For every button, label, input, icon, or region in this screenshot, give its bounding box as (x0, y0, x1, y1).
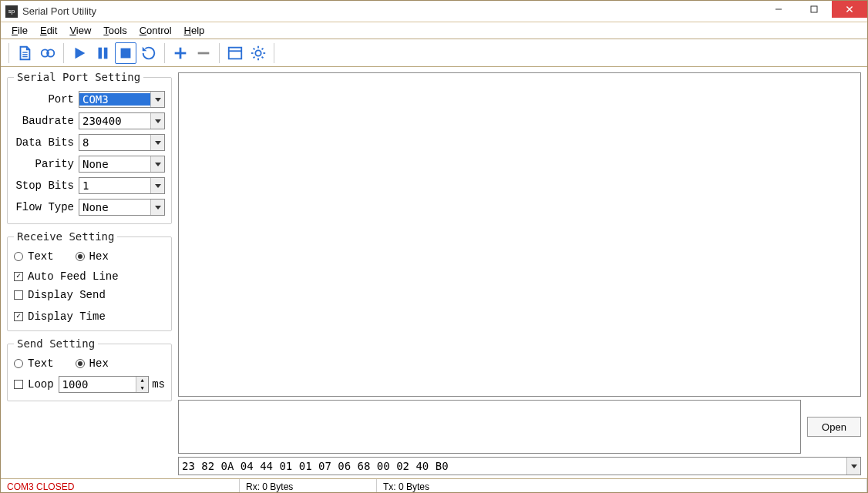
display-send-label: Display Send (28, 289, 106, 301)
receive-textarea[interactable] (178, 72, 861, 397)
stopbits-value: 1 (79, 179, 150, 192)
svg-rect-1 (811, 6, 817, 12)
loop-value: 1000 (59, 378, 136, 391)
svg-marker-31 (155, 163, 161, 166)
menu-edit[interactable]: Edit (35, 23, 62, 38)
receive-legend: Receive Setting (14, 230, 117, 243)
stopbits-label: Stop Bits (14, 179, 79, 192)
send-setting-group: Send Setting Text Hex Loop 1000 ▲ ▼ ms (7, 337, 172, 401)
chevron-down-icon[interactable] (150, 113, 164, 129)
spin-up-icon[interactable]: ▲ (136, 377, 148, 384)
svg-line-26 (254, 56, 255, 58)
app-icon: sp (5, 5, 18, 18)
svg-point-19 (255, 50, 261, 55)
chevron-down-icon[interactable] (150, 178, 164, 193)
right-panel: Open 23 82 0A 04 44 01 01 07 06 68 00 02… (175, 68, 867, 478)
port-combo[interactable]: COM3 (79, 91, 165, 108)
svg-line-25 (262, 56, 264, 58)
chevron-down-icon[interactable] (150, 156, 164, 172)
spin-down-icon[interactable]: ▼ (136, 384, 148, 392)
status-port-state: COM3 CLOSED (1, 479, 240, 493)
send-textarea[interactable] (178, 400, 801, 454)
chevron-down-icon[interactable] (150, 92, 164, 107)
open-label: Open (822, 421, 846, 433)
menu-tools[interactable]: Tools (99, 23, 131, 38)
auto-feed-check[interactable]: Auto Feed Line (14, 270, 119, 283)
databits-label: Data Bits (14, 136, 79, 149)
left-panel: Serial Port Setting Port COM3 Baudrate 2… (1, 68, 175, 478)
parity-combo[interactable]: None (79, 156, 165, 173)
rx-hex-label: Hex (89, 250, 109, 263)
maximize-button[interactable] (796, 1, 832, 18)
tx-text-radio[interactable]: Text (14, 357, 54, 370)
auto-feed-label: Auto Feed Line (28, 270, 119, 283)
flowtype-value: None (79, 201, 150, 213)
content-area: Serial Port Setting Port COM3 Baudrate 2… (1, 67, 867, 478)
svg-marker-9 (76, 47, 86, 59)
baudrate-label: Baudrate (14, 115, 79, 127)
flowtype-label: Flow Type (14, 201, 79, 213)
window-title: Serial Port Utility (22, 5, 761, 17)
loop-check[interactable]: Loop (14, 378, 54, 391)
loop-interval-input[interactable]: 1000 ▲ ▼ (59, 376, 150, 393)
pause-icon[interactable] (92, 42, 113, 64)
reload-icon[interactable] (138, 42, 160, 64)
window-icon[interactable] (224, 42, 246, 64)
record-icon[interactable] (37, 42, 59, 64)
svg-marker-29 (155, 119, 161, 123)
title-bar: sp Serial Port Utility (1, 1, 867, 22)
menu-view[interactable]: View (65, 23, 96, 38)
receive-setting-group: Receive Setting Text Hex Auto Feed Line … (7, 230, 172, 331)
play-icon[interactable] (69, 42, 90, 64)
menu-help[interactable]: Help (180, 23, 210, 38)
databits-combo[interactable]: 8 (79, 134, 165, 151)
svg-rect-17 (229, 47, 242, 59)
svg-marker-32 (155, 184, 161, 188)
svg-marker-30 (155, 141, 161, 145)
close-button[interactable] (832, 1, 867, 18)
new-file-icon[interactable] (14, 42, 35, 64)
svg-rect-11 (104, 47, 108, 59)
chevron-down-icon[interactable] (150, 200, 164, 215)
databits-value: 8 (79, 136, 150, 149)
stop-icon[interactable] (115, 42, 136, 64)
tx-hex-label: Hex (89, 357, 109, 370)
minus-icon[interactable] (193, 42, 214, 64)
hex-history-value: 23 82 0A 04 44 01 01 07 06 68 00 02 40 B… (179, 460, 846, 472)
stopbits-combo[interactable]: 1 (79, 177, 165, 194)
status-rx: Rx: 0 Bytes (240, 479, 377, 493)
serial-port-legend: Serial Port Setting (14, 71, 143, 83)
rx-hex-radio[interactable]: Hex (76, 250, 109, 263)
minimize-button[interactable] (761, 1, 796, 18)
menu-file[interactable]: File (7, 23, 32, 38)
send-legend: Send Setting (14, 337, 98, 350)
loop-unit: ms (152, 378, 165, 391)
svg-marker-33 (155, 206, 161, 210)
display-time-label: Display Time (28, 310, 106, 323)
baudrate-combo[interactable]: 230400 (79, 112, 165, 129)
toolbar (1, 39, 867, 67)
parity-label: Parity (14, 158, 79, 170)
plus-icon[interactable] (170, 42, 191, 64)
svg-line-27 (262, 48, 264, 49)
rx-text-radio[interactable]: Text (14, 250, 54, 263)
port-value: COM3 (79, 93, 150, 106)
serial-port-setting-group: Serial Port Setting Port COM3 Baudrate 2… (7, 71, 172, 224)
status-bar: COM3 CLOSED Rx: 0 Bytes Tx: 0 Bytes (1, 478, 867, 493)
open-button[interactable]: Open (807, 417, 861, 437)
svg-rect-10 (99, 47, 103, 59)
svg-marker-28 (155, 98, 161, 102)
svg-line-24 (254, 48, 255, 49)
tx-text-label: Text (28, 357, 54, 370)
display-send-check[interactable]: Display Send (14, 289, 106, 301)
chevron-down-icon[interactable] (846, 458, 860, 475)
tx-hex-radio[interactable]: Hex (76, 357, 109, 370)
chevron-down-icon[interactable] (150, 135, 164, 150)
rx-text-label: Text (28, 250, 54, 263)
hex-history-combo[interactable]: 23 82 0A 04 44 01 01 07 06 68 00 02 40 B… (178, 457, 861, 475)
gear-icon[interactable] (247, 42, 269, 64)
display-time-check[interactable]: Display Time (14, 310, 106, 323)
svg-rect-12 (121, 48, 131, 58)
menu-control[interactable]: Control (135, 23, 177, 38)
flowtype-combo[interactable]: None (79, 199, 165, 216)
